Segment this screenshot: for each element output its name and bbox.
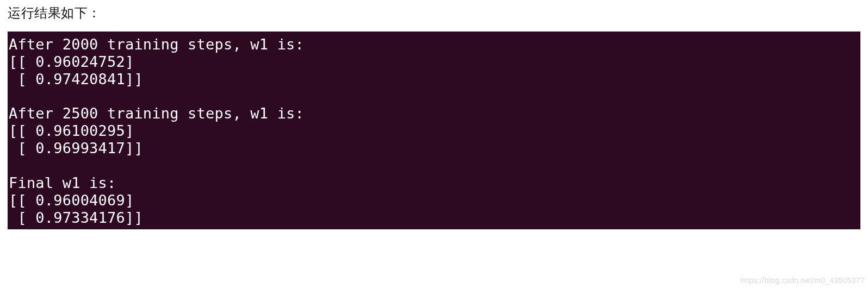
watermark-text: https://blog.csdn.net/m0_43505377 [740,276,865,285]
terminal-output: After 2000 training steps, w1 is: [[ 0.9… [8,32,860,229]
terminal-text: After 2000 training steps, w1 is: [[ 0.9… [9,36,859,226]
page-heading: 运行结果如下： [8,4,860,22]
